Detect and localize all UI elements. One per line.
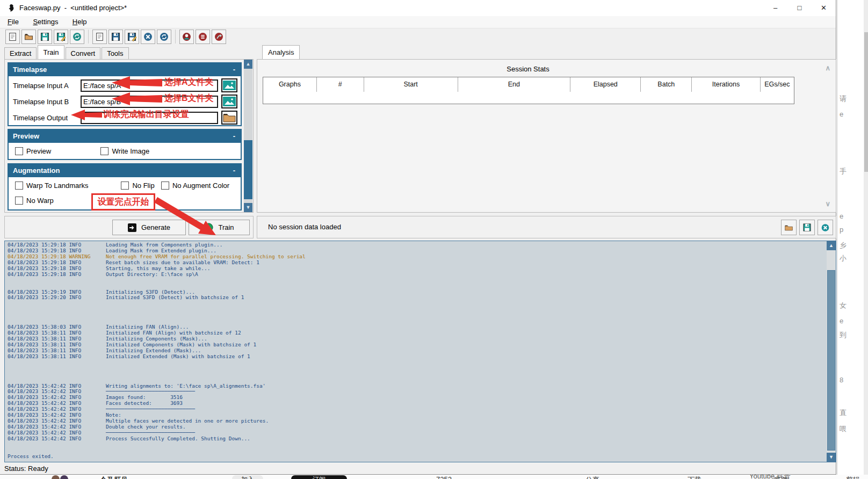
- checkbox-preview[interactable]: Preview: [15, 147, 98, 155]
- preview-group-title: Preview: [13, 132, 39, 140]
- checkbox-box[interactable]: [121, 182, 129, 190]
- minimize-button[interactable]: –: [763, 0, 787, 16]
- column-graphs[interactable]: Graphs: [263, 77, 317, 92]
- menu-help[interactable]: Help: [68, 16, 91, 28]
- checkbox-write-image-label: Write Image: [112, 147, 149, 155]
- preview-collapse-button[interactable]: -: [233, 130, 235, 143]
- augmentation-collapse-button[interactable]: -: [233, 164, 235, 177]
- options-scrollbar-thumb[interactable]: [244, 140, 252, 199]
- background-scrollbar-thumb[interactable]: [864, 32, 868, 172]
- session-footer: No session data loaded: [257, 216, 836, 238]
- channel-name: 令及肝见: [100, 475, 128, 479]
- column-elapsed[interactable]: Elapsed: [570, 77, 641, 92]
- background-text-fragment: 乡: [840, 241, 847, 250]
- join-button[interactable]: 加入: [232, 475, 263, 479]
- save-project-as-button[interactable]: [54, 30, 68, 44]
- background-scrollbar[interactable]: [864, 0, 868, 479]
- save-icon: [803, 222, 811, 233]
- download-button[interactable]: 下载: [688, 475, 701, 479]
- background-text-fragment: 手: [840, 166, 847, 176]
- tab-extract[interactable]: Extract: [4, 47, 37, 59]
- checkbox-no-augment-color[interactable]: No Augment Color: [161, 182, 229, 190]
- save-session-button[interactable]: [799, 220, 815, 235]
- save-task-icon: [111, 32, 120, 41]
- timelapse-input-b-browse-button[interactable]: [221, 95, 237, 108]
- tab-train[interactable]: Train: [38, 45, 64, 59]
- augmentation-group-header: Augmentation -: [9, 164, 241, 177]
- console-line: [8, 378, 306, 383]
- new-task-button[interactable]: [92, 30, 107, 44]
- tab-convert[interactable]: Convert: [66, 47, 101, 59]
- menu-bar: File Settings Help: [0, 16, 836, 28]
- scroll-down-arrow[interactable]: ▼: [244, 203, 252, 212]
- output-log-icon: [198, 32, 207, 41]
- background-browser-strip: 令及肝见 加入 订阅 7252 分享 下载 感谢 剪辑 Youtube 抖音: [0, 475, 868, 479]
- new-project-button[interactable]: [5, 30, 20, 44]
- tab-tools[interactable]: Tools: [102, 47, 128, 59]
- tab-analysis[interactable]: Analysis: [262, 45, 300, 59]
- generate-button[interactable]: Generate: [112, 220, 186, 235]
- faceswap-logo-icon: [7, 4, 16, 12]
- share-button[interactable]: 分享: [585, 475, 599, 479]
- folder-icon: [223, 113, 236, 122]
- subscribe-button[interactable]: 订阅: [291, 475, 347, 479]
- session-stats-empty-body: [263, 92, 794, 104]
- checkbox-preview-label: Preview: [26, 147, 51, 155]
- checkbox-warp-to-landmarks[interactable]: Warp To Landmarks: [15, 182, 119, 190]
- window-title: Faceswap.py - <untitled project>*: [19, 0, 127, 16]
- timelapse-output-browse-button[interactable]: [221, 111, 237, 125]
- train-options-panel: Timelapse - Timelapse Input A Timelapse …: [4, 59, 254, 213]
- column-start[interactable]: Start: [364, 77, 458, 92]
- save-project-button[interactable]: [38, 30, 52, 44]
- menu-settings[interactable]: Settings: [28, 16, 62, 28]
- save-task-as-button[interactable]: [125, 30, 139, 44]
- console-scroll-up-arrow[interactable]: ▲: [827, 241, 836, 250]
- save-task-button[interactable]: [108, 30, 123, 44]
- checkbox-no-flip[interactable]: No Flip: [121, 182, 158, 190]
- reload-project-button[interactable]: [70, 30, 84, 44]
- clear-session-button[interactable]: [818, 220, 833, 235]
- column-end[interactable]: End: [458, 77, 570, 92]
- output-log-button[interactable]: [196, 30, 210, 44]
- checkbox-box[interactable]: [100, 147, 108, 155]
- column-number[interactable]: #: [317, 77, 364, 92]
- options-scrollbar[interactable]: ▲ ▼: [244, 60, 252, 212]
- open-project-button[interactable]: [21, 30, 36, 44]
- console-line: Process exited.: [8, 454, 306, 460]
- column-iterations[interactable]: Iterations: [692, 77, 760, 92]
- menu-file[interactable]: File: [3, 16, 23, 28]
- timelapse-input-a-browse-button[interactable]: [221, 78, 237, 92]
- column-egs-sec[interactable]: EGs/sec: [761, 77, 794, 92]
- console-scroll-down-arrow[interactable]: ▼: [827, 453, 836, 462]
- train-button[interactable]: Train: [189, 220, 250, 235]
- generate-button-label: Generate: [141, 223, 170, 231]
- checkbox-no-warp[interactable]: No Warp: [15, 197, 54, 205]
- checkbox-write-image[interactable]: Write Image: [100, 147, 149, 155]
- column-batch[interactable]: Batch: [641, 77, 692, 92]
- scroll-up-arrow[interactable]: ▲: [244, 60, 252, 69]
- title-bar: Faceswap.py - <untitled project>* – □ ✕: [0, 0, 836, 16]
- timelapse-collapse-button[interactable]: -: [233, 63, 235, 76]
- console-line: [8, 301, 306, 307]
- checkbox-box[interactable]: [15, 182, 23, 190]
- console-line: [8, 278, 306, 284]
- stats-scroll-down-icon[interactable]: ∨: [825, 200, 830, 208]
- checkbox-box[interactable]: [15, 147, 23, 155]
- load-session-button[interactable]: [781, 220, 797, 235]
- checkbox-box[interactable]: [161, 182, 169, 190]
- user-guide-button[interactable]: [179, 30, 194, 44]
- background-text-fragment: 小: [840, 253, 847, 263]
- maximize-button[interactable]: □: [787, 0, 812, 16]
- stats-scroll-up-icon[interactable]: ∧: [825, 64, 830, 72]
- close-task-button[interactable]: [141, 30, 155, 44]
- checkbox-box[interactable]: [15, 197, 23, 205]
- session-stats-table: Graphs # Start End Elapsed Batch Iterati…: [263, 77, 794, 104]
- checkbox-no-flip-label: No Flip: [132, 182, 154, 190]
- clip-button[interactable]: 剪辑: [846, 475, 860, 479]
- like-count: 7252: [436, 475, 452, 479]
- debug-button[interactable]: [212, 30, 226, 44]
- close-button[interactable]: ✕: [812, 0, 836, 16]
- console-scrollbar-thumb[interactable]: [827, 270, 835, 451]
- console-scrollbar[interactable]: ▲ ▼: [827, 241, 836, 462]
- reload-task-button[interactable]: [157, 30, 171, 44]
